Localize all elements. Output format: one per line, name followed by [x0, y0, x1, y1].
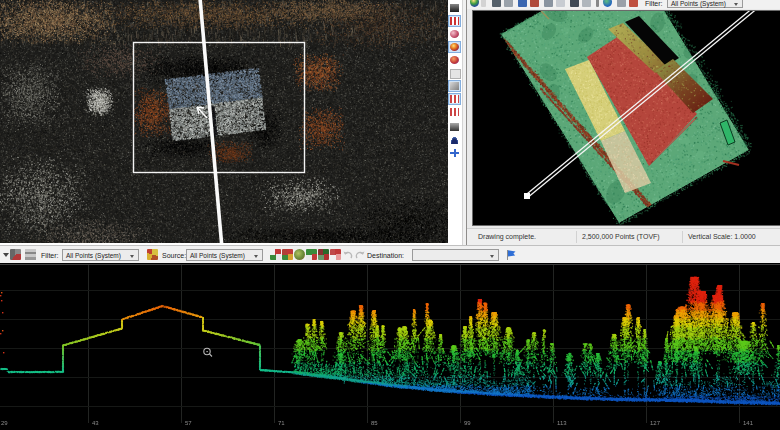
profile-toolbar: Filter: All Points (System) Source: All …: [0, 245, 780, 263]
destination-label: Destination:: [367, 252, 404, 259]
profile-bars-icon[interactable]: [448, 93, 461, 105]
rp-tool-icon-6[interactable]: [556, 0, 565, 7]
profile-bars2-icon[interactable]: [448, 106, 461, 118]
move-cross-icon[interactable]: [448, 147, 461, 159]
rp-tool-icon-9[interactable]: [596, 0, 599, 7]
class-tool-icon-1[interactable]: [270, 249, 281, 260]
rp-tool-icon-10[interactable]: [617, 0, 626, 7]
rp-tool-icon-3[interactable]: [518, 0, 527, 7]
rp-tool-icon-1[interactable]: [492, 0, 501, 7]
class-tool-icon-6[interactable]: [330, 249, 341, 260]
window-icon[interactable]: [448, 2, 461, 14]
undo-icon[interactable]: [343, 250, 353, 260]
rp-tool-icon-7[interactable]: [570, 0, 579, 7]
status-message: Drawing complete.: [478, 233, 536, 240]
toolbar-overflow-caret[interactable]: [3, 253, 9, 257]
statusbar-divider-2: [682, 231, 683, 243]
rp-filter-label: Filter:: [645, 0, 663, 7]
3d-view-canvas[interactable]: [473, 11, 780, 225]
destination-dropdown[interactable]: [412, 249, 499, 261]
rp-tool-icon-4[interactable]: [530, 0, 539, 7]
right-panel-statusbar: Drawing complete. 2,500,000 Points (TOVF…: [467, 228, 780, 245]
profile-view-canvas[interactable]: [0, 263, 780, 430]
globe-icon[interactable]: [603, 0, 612, 7]
status-vertical-scale: Vertical Scale: 1.0000: [688, 233, 756, 240]
sphere-pink-icon[interactable]: [448, 28, 461, 40]
class-tool-icon-2[interactable]: [282, 249, 293, 260]
cube-3d-icon[interactable]: [448, 80, 461, 92]
source-dropdown[interactable]: All Points (System): [186, 249, 263, 261]
flag-icon[interactable]: [505, 249, 517, 261]
sphere-color-icon[interactable]: [448, 54, 461, 66]
rp-tool-icon-2[interactable]: [504, 0, 513, 7]
points-red-grid-icon[interactable]: [448, 15, 461, 27]
slab-icon[interactable]: [448, 121, 461, 133]
left-icon-toolbar: [448, 0, 463, 246]
plan-view-canvas[interactable]: [0, 0, 448, 243]
filter-label: Filter:: [41, 252, 59, 259]
wave-icon[interactable]: [448, 134, 461, 146]
viewer-icon[interactable]: [10, 249, 21, 260]
rp-tool-icon-11[interactable]: [629, 0, 638, 7]
statusbar-divider-1: [576, 231, 577, 243]
redo-icon[interactable]: [355, 250, 365, 260]
right-panel-toolbar: Filter: All Points (System): [467, 0, 780, 9]
color-sphere-icon[interactable]: [470, 0, 479, 7]
class-tool-icon-4[interactable]: [306, 249, 317, 260]
class-tool-icon-3[interactable]: [294, 249, 305, 260]
source-label: Source:: [162, 252, 186, 259]
rp-tool-icon-8[interactable]: [582, 0, 591, 7]
filter-dropdown[interactable]: All Points (System): [62, 249, 139, 261]
rp-tool-icon-5[interactable]: [544, 0, 553, 7]
source-points-icon[interactable]: [147, 249, 158, 260]
class-tool-icon-5[interactable]: [318, 249, 329, 260]
sphere-rgb-icon[interactable]: [448, 41, 461, 53]
splitter-line-1[interactable]: [462, 0, 463, 246]
layers-icon[interactable]: [25, 249, 36, 260]
status-points: 2,500,000 Points (TOVF): [582, 233, 660, 240]
disabled-box-icon[interactable]: [448, 67, 461, 79]
rp-filter-dropdown[interactable]: All Points (System): [667, 0, 743, 8]
dropdown-caret-icon[interactable]: [481, 0, 486, 7]
